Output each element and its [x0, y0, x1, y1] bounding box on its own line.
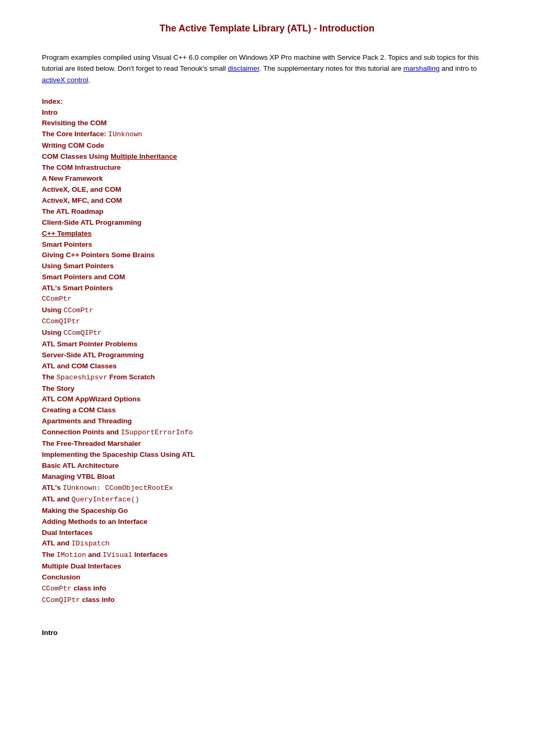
index-item-giving-brains: Giving C++ Pointers Some Brains: [42, 250, 492, 261]
index-item-smart-com: Smart Pointers and COM: [42, 272, 492, 283]
index-item-multiple-dual: Multiple Dual Interfaces: [42, 561, 492, 572]
index-item-adding-methods: Adding Methods to an Interface: [42, 517, 492, 528]
index-item-writing-com: Writing COM Code: [42, 140, 492, 151]
disclaimer-link[interactable]: disclaimer: [228, 64, 259, 72]
index-item-free-threaded: The Free-Threaded Marshaler: [42, 439, 492, 450]
index-item-revisiting: Revisiting the COM: [42, 118, 492, 129]
index-item-connection-points: Connection Points and ISupportErrorInfo: [42, 427, 492, 439]
index-item-vtbl: Managing VTBL Bloat: [42, 472, 492, 483]
index-item-spaceshipsvr: The Spaceshipsvr From Scratch: [42, 372, 492, 384]
index-item-creating-com: Creating a COM Class: [42, 405, 492, 416]
index-item-intro: Intro: [42, 107, 492, 118]
index-item-using-ccomqiptr: Using CComQIPtr: [42, 327, 492, 339]
index-item-atl-smart: ATL's Smart Pointers: [42, 283, 492, 294]
index-section: Index: Intro Revisiting the COM The Core…: [42, 96, 492, 606]
index-item-ccomqiptr-class: CComQIPtr class info: [42, 595, 492, 606]
index-item-basic-atl: Basic ATL Architecture: [42, 461, 492, 472]
intro-paragraph: Program examples compiled using Visual C…: [42, 52, 492, 86]
index-item-ccomptr-class: CComPtr class info: [42, 583, 492, 595]
marshalling-link[interactable]: marshalling: [404, 64, 440, 72]
index-item-com-infra: The COM Infrastructure: [42, 162, 492, 173]
index-item-apartments: Apartments and Threading: [42, 416, 492, 427]
index-item-server-side: Server-Side ATL Programming: [42, 350, 492, 361]
index-item-conclusion: Conclusion: [42, 572, 492, 583]
index-item-core-interface: The Core Interface: IUnknown: [42, 129, 492, 140]
index-item-atl-problems: ATL Smart Pointer Problems: [42, 339, 492, 350]
page-title: The Active Template Library (ATL) - Intr…: [42, 21, 492, 36]
index-item-activex-mfc: ActiveX, MFC, and COM: [42, 195, 492, 206]
index-item-atl-com-classes: ATL and COM Classes: [42, 361, 492, 372]
index-item-ccomqiptr: CComQIPtr: [42, 316, 492, 327]
index-item-smart-pointers: Smart Pointers: [42, 239, 492, 250]
multiple-inheritance-link[interactable]: Multiple Inheritance: [110, 152, 177, 160]
index-item-atl-idispatch: ATL and IDispatch: [42, 538, 492, 550]
cpp-templates-link[interactable]: C++ Templates: [42, 229, 92, 237]
index-item-appwizard: ATL COM AppWizard Options: [42, 394, 492, 405]
index-item-using-ccomptr: Using CComPtr: [42, 305, 492, 316]
intro-section-heading: Intro: [42, 627, 492, 639]
index-item-atl-roadmap: The ATL Roadmap: [42, 206, 492, 217]
index-item-atl-iunknown: ATL's IUnknown: CComObjectRootEx: [42, 483, 492, 494]
index-item-imotion-ivisual: The IMotion and IVisual Interfaces: [42, 550, 492, 561]
index-item-using-smart: Using Smart Pointers: [42, 261, 492, 272]
index-item-com-classes: COM Classes Using Multiple Inheritance: [42, 151, 492, 162]
index-item-client-side: Client-Side ATL Programming: [42, 217, 492, 228]
index-item-spaceship-go: Making the Spaceship Go: [42, 506, 492, 517]
activex-link[interactable]: activeX control: [42, 76, 88, 84]
index-item-the-story: The Story: [42, 384, 492, 395]
index-item-queryinterface: ATL and QueryInterface(): [42, 494, 492, 506]
index-item-ccomptr: CComPtr: [42, 294, 492, 305]
index-item-cpp-templates: C++ Templates: [42, 228, 492, 239]
index-label: Index:: [42, 96, 492, 107]
index-item-activex-ole: ActiveX, OLE, and COM: [42, 184, 492, 195]
index-item-new-framework: A New Framework: [42, 173, 492, 184]
index-item-dual-interfaces: Dual Interfaces: [42, 528, 492, 539]
index-item-implementing: Implementing the Spaceship Class Using A…: [42, 450, 492, 461]
